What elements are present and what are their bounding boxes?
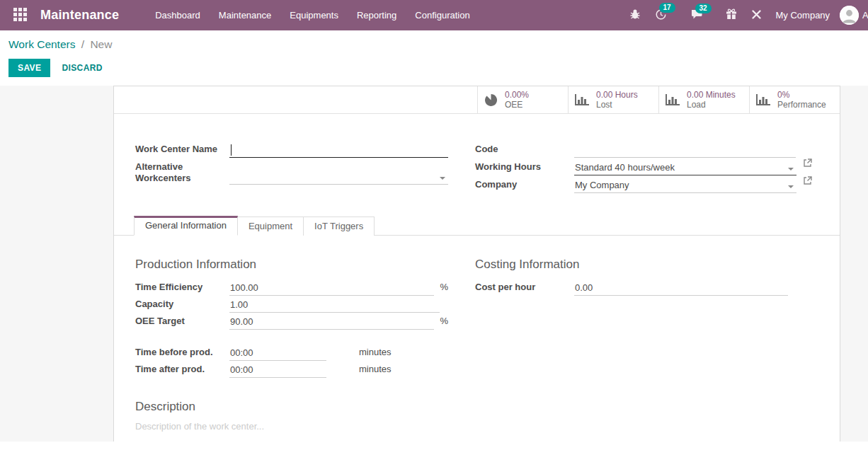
activities-count-badge: 17 (659, 3, 675, 13)
code-input[interactable] (574, 142, 796, 158)
text-cursor (231, 144, 232, 156)
nav-item-maintenance[interactable]: Maintenance (210, 1, 280, 30)
breadcrumb-work-centers-link[interactable]: Work Centers (8, 38, 75, 50)
nav-item-dashboard[interactable]: Dashboard (146, 1, 210, 30)
company-switcher[interactable]: My Company (776, 10, 830, 21)
alternative-workcenters-label: Alternative Workcenters (135, 158, 229, 185)
stat-value: 0% (777, 90, 826, 100)
app-title: Maintenance (40, 8, 119, 23)
control-panel: Work Centers / New SAVE DISCARD (0, 30, 868, 86)
cost-per-hour-input[interactable]: 0.00 (574, 280, 788, 296)
messages-button[interactable]: 32 (684, 5, 710, 26)
external-link-icon[interactable] (803, 158, 812, 173)
stat-button-box: 0.00% OEE 0.00 Hours Lost (114, 86, 840, 114)
minutes-suffix: minutes (359, 347, 392, 361)
working-hours-input[interactable] (574, 160, 796, 175)
save-button[interactable]: SAVE (8, 59, 50, 77)
costing-information-title: Costing Information (475, 258, 812, 272)
apps-grid-icon (13, 8, 27, 23)
bar-chart-icon (665, 93, 680, 107)
gift-icon (726, 8, 737, 22)
chevron-down-icon[interactable] (440, 177, 445, 180)
stat-label: Lost (596, 100, 638, 110)
time-efficiency-label: Time Efficiency (135, 282, 229, 296)
time-efficiency-input[interactable]: 100.00 (229, 280, 434, 296)
pie-chart-icon (484, 93, 498, 108)
stat-value: 0.00 Hours (596, 90, 638, 100)
tab-equipment[interactable]: Equipment (237, 217, 304, 236)
tab-general-information[interactable]: General Information (134, 216, 238, 236)
percent-suffix: % (440, 282, 448, 296)
notebook-tabs: General Information Equipment IoT Trigge… (114, 216, 840, 236)
form-view-background: 0.00% OEE 0.00 Hours Lost (0, 86, 868, 442)
capacity-input[interactable]: 1.00 (229, 297, 440, 313)
performance-stat-button[interactable]: 0% Performance (749, 86, 840, 113)
nav-item-equipments[interactable]: Equipments (280, 1, 348, 30)
code-label: Code (475, 141, 574, 158)
nav-item-reporting[interactable]: Reporting (348, 1, 406, 30)
percent-suffix: % (440, 316, 448, 330)
external-link-icon[interactable] (803, 176, 812, 191)
oee-target-label: OEE Target (135, 316, 229, 330)
description-section: Description Description of the work cent… (135, 400, 811, 442)
tab-iot-triggers[interactable]: IoT Triggers (303, 217, 375, 236)
breadcrumb-separator: / (81, 38, 84, 50)
announcements-button[interactable] (719, 4, 744, 26)
company-input[interactable] (574, 178, 796, 193)
stat-label: Performance (777, 100, 826, 110)
support-tools-button[interactable] (744, 5, 769, 26)
user-avatar (840, 6, 859, 25)
hours-lost-stat-button[interactable]: 0.00 Hours Lost (568, 86, 658, 113)
main-menu: Dashboard Maintenance Equipments Reporti… (146, 1, 479, 30)
work-center-name-input[interactable] (229, 142, 448, 158)
time-after-prod-label: Time after prod. (135, 364, 229, 378)
description-title: Description (135, 400, 811, 414)
apps-menu-button[interactable] (0, 8, 40, 23)
capacity-label: Capacity (135, 299, 229, 313)
minutes-suffix: minutes (359, 364, 392, 378)
stat-label: OEE (505, 100, 529, 110)
breadcrumb-current: New (90, 38, 112, 50)
chevron-down-icon[interactable] (788, 185, 794, 188)
user-name: Ad (862, 10, 868, 21)
description-textarea[interactable]: Description of the work center... (135, 421, 811, 442)
production-information-section: Production Information Time Efficiency 1… (135, 258, 448, 378)
time-before-prod-label: Time before prod. (135, 347, 229, 361)
messages-count-badge: 32 (695, 4, 712, 13)
cost-per-hour-label: Cost per hour (475, 282, 574, 296)
minutes-load-stat-button[interactable]: 0.00 Minutes Load (658, 86, 749, 113)
work-center-name-label: Work Center Name (135, 141, 229, 158)
discard-button[interactable]: DISCARD (53, 59, 110, 76)
nav-item-configuration[interactable]: Configuration (406, 1, 479, 30)
debug-bug-button[interactable] (622, 4, 648, 26)
oee-stat-button[interactable]: 0.00% OEE (477, 86, 568, 113)
time-before-prod-input[interactable]: 00:00 (229, 345, 326, 361)
breadcrumb: Work Centers / New (8, 38, 860, 51)
chevron-down-icon[interactable] (788, 168, 794, 171)
stat-value: 0.00 Minutes (687, 90, 736, 100)
top-navbar: Maintenance Dashboard Maintenance Equipm… (0, 0, 868, 30)
stat-label: Load (687, 100, 736, 110)
form-sheet: 0.00% OEE 0.00 Hours Lost (113, 86, 840, 442)
bar-chart-icon (755, 93, 771, 107)
stat-value: 0.00% (505, 90, 529, 100)
production-information-title: Production Information (135, 258, 448, 272)
oee-target-input[interactable]: 90.00 (229, 314, 434, 330)
activities-button[interactable]: 17 (648, 4, 674, 27)
user-menu[interactable]: Ad (840, 6, 868, 25)
working-hours-label: Working Hours (475, 158, 574, 175)
costing-information-section: Costing Information Cost per hour 0.00 (475, 258, 812, 296)
tools-cross-icon (751, 9, 762, 22)
company-label: Company (475, 176, 574, 193)
bar-chart-icon (574, 93, 590, 107)
alternative-workcenters-input[interactable] (229, 169, 448, 185)
bug-icon (629, 8, 641, 22)
time-after-prod-input[interactable]: 00:00 (229, 362, 326, 378)
